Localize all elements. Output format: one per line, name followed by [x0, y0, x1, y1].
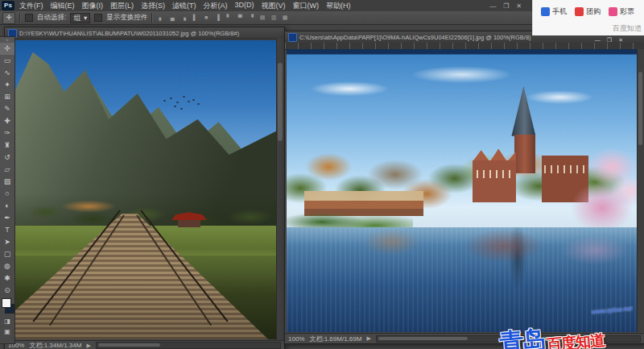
- doc-size-info: 文档:1.69M/1.69M: [309, 334, 361, 343]
- screen-mode-button[interactable]: ▣: [0, 326, 14, 337]
- brush-tool[interactable]: ✑: [0, 127, 14, 139]
- marquee-tool[interactable]: ▭: [0, 55, 14, 67]
- align-icon[interactable]: ▄: [168, 15, 176, 21]
- menu-item[interactable]: 图层(L): [110, 1, 134, 11]
- zoom-tool[interactable]: ⊙: [0, 285, 14, 297]
- tool-glyph: ✱: [4, 274, 10, 282]
- scrollbar-thumb[interactable]: [638, 72, 642, 145]
- menu-item[interactable]: 视图(V): [262, 1, 286, 11]
- menu-item[interactable]: 分析(A): [204, 1, 228, 11]
- lasso-tool[interactable]: ∿: [0, 67, 14, 79]
- scrollbar-thumb[interactable]: [378, 337, 468, 340]
- shape-tool[interactable]: ▢: [0, 248, 14, 260]
- browser-caption: 百度知道: [613, 23, 642, 34]
- favicon-icon: [609, 7, 617, 16]
- scrollbar-thumb[interactable]: [98, 343, 161, 347]
- blur-tool[interactable]: ○: [0, 188, 14, 200]
- tool-glyph: ◍: [4, 262, 10, 270]
- tool-glyph: ✚: [4, 117, 10, 125]
- water-reflections: [287, 227, 637, 332]
- foreground-color-swatch[interactable]: [2, 298, 11, 308]
- canvas-castle-photo[interactable]: [287, 49, 637, 332]
- align-icon[interactable]: ▥: [270, 15, 278, 21]
- align-icon[interactable]: ▘: [225, 15, 233, 21]
- align-icon[interactable]: ▖: [157, 15, 165, 21]
- color-swatches: [0, 297, 14, 316]
- align-icon[interactable]: ▌: [191, 15, 199, 21]
- path-selection-tool[interactable]: ➤: [0, 236, 14, 248]
- align-icon[interactable]: ▐: [213, 15, 221, 21]
- browser-bookmark-items: 手机 团购 彩票: [533, 0, 644, 17]
- bookmark-item[interactable]: 彩票: [609, 6, 634, 17]
- castle-left-wing: [473, 160, 516, 202]
- menu-item[interactable]: 文件(F): [19, 1, 43, 11]
- menu-item[interactable]: 滤镜(T): [172, 1, 196, 11]
- document-title: C:\Users\ab\AppData\PARP[1]\O9MA-hALIQwC…: [299, 34, 531, 41]
- minimize-icon[interactable]: —: [595, 37, 601, 44]
- close-icon[interactable]: ✕: [618, 37, 623, 44]
- tool-glyph: ▨: [4, 177, 11, 185]
- status-arrow-icon[interactable]: ▶: [366, 335, 370, 342]
- menu-item[interactable]: 编辑(E): [51, 1, 75, 11]
- panel-collapse-icon[interactable]: »: [0, 37, 14, 43]
- eraser-tool[interactable]: ▱: [0, 164, 14, 176]
- bookmark-item[interactable]: 团购: [575, 6, 601, 17]
- menu-item[interactable]: 3D(D): [235, 1, 254, 11]
- auto-select-dropdown[interactable]: 组▾: [70, 13, 90, 23]
- hand-tool[interactable]: ✱: [0, 272, 14, 285]
- minimize-icon[interactable]: —: [489, 2, 496, 10]
- tool-glyph: ✒: [4, 214, 10, 222]
- tool-glyph: ⊞: [4, 93, 10, 101]
- align-icon[interactable]: ▦: [281, 15, 289, 21]
- align-icon[interactable]: ▤: [258, 15, 266, 21]
- tool-glyph: ▭: [4, 56, 11, 64]
- vertical-scrollbar[interactable]: [276, 39, 284, 340]
- vertical-scrollbar[interactable]: [637, 49, 644, 332]
- castle-windows: [477, 170, 515, 178]
- dodge-tool[interactable]: ◐: [0, 200, 14, 212]
- current-tool-icon[interactable]: ✢: [2, 12, 15, 24]
- zoom-level[interactable]: 100%: [288, 335, 304, 343]
- history-brush-tool[interactable]: ↺: [0, 152, 14, 164]
- pen-tool[interactable]: ✒: [0, 212, 14, 224]
- menu-item[interactable]: 选择(S): [141, 1, 165, 11]
- menu-item[interactable]: 帮助(H): [326, 1, 351, 11]
- type-tool[interactable]: T: [0, 224, 14, 236]
- menu-item[interactable]: 图像(I): [82, 1, 104, 11]
- maximize-icon[interactable]: ❐: [503, 2, 509, 10]
- status-arrow-icon[interactable]: ▶: [86, 343, 90, 349]
- canvas-landscape-photo[interactable]: [14, 40, 276, 339]
- castle-tower: [514, 135, 535, 173]
- tool-glyph: ▱: [5, 165, 10, 173]
- horizontal-scrollbar[interactable]: [376, 335, 641, 343]
- document-status-bar: 100% 文档:1.69M/1.69M ▶: [285, 333, 644, 343]
- scrollbar-thumb[interactable]: [278, 63, 283, 141]
- quick-selection-tool[interactable]: ✦: [0, 79, 14, 91]
- show-transform-checkbox[interactable]: [94, 14, 102, 22]
- close-icon[interactable]: ✕: [516, 2, 522, 10]
- tool-glyph: ➤: [4, 238, 10, 246]
- tool-glyph: ✎: [4, 105, 10, 113]
- eyedropper-tool[interactable]: ✎: [0, 103, 14, 115]
- document-icon: [288, 33, 297, 42]
- document-window-castle: C:\Users\ab\AppData\PARP[1]\O9MA-hALIQwC…: [284, 31, 644, 344]
- move-tool[interactable]: ✢: [0, 43, 14, 55]
- crop-tool[interactable]: ⊞: [0, 91, 14, 103]
- maximize-icon[interactable]: ❐: [607, 37, 612, 44]
- horizontal-scrollbar[interactable]: [96, 342, 281, 349]
- menu-item[interactable]: 窗口(W): [293, 1, 320, 11]
- align-icon[interactable]: ■: [202, 15, 210, 21]
- favicon-icon: [541, 7, 550, 16]
- quick-mask-button[interactable]: ◨: [0, 316, 14, 326]
- gradient-tool[interactable]: ▨: [0, 176, 14, 188]
- bookmark-item[interactable]: 手机: [541, 6, 567, 17]
- auto-select-checkbox[interactable]: [25, 14, 33, 22]
- align-icon[interactable]: ▀: [236, 15, 244, 21]
- clone-stamp-tool[interactable]: ♜: [0, 139, 14, 152]
- document-title-bar[interactable]: D:\YESKY\WUT\HUAN\LIST\ALBUM\PATU\W02011…: [5, 27, 284, 39]
- healing-brush-tool[interactable]: ✚: [0, 115, 14, 127]
- photoshop-logo-icon[interactable]: Ps: [2, 1, 14, 10]
- align-icon[interactable]: ▗: [180, 15, 188, 21]
- align-icon[interactable]: ▝: [247, 15, 255, 21]
- 3d-rotate-tool[interactable]: ◍: [0, 260, 14, 272]
